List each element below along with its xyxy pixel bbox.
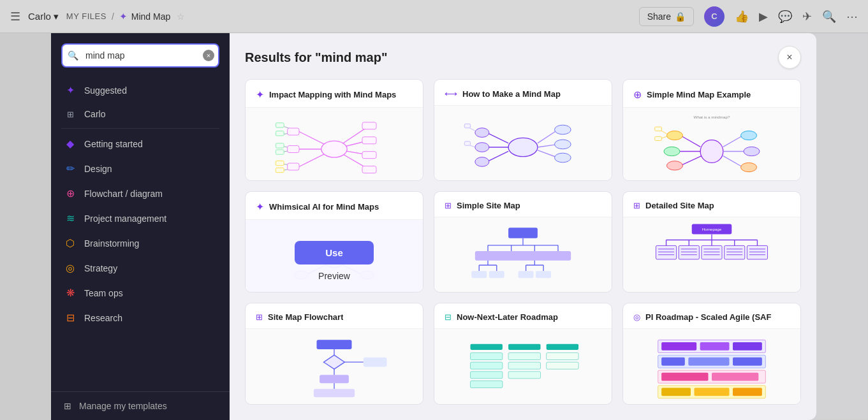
card-preview bbox=[246, 107, 423, 181]
svg-rect-18 bbox=[276, 131, 284, 135]
card-icon: ⟷ bbox=[445, 89, 457, 99]
svg-rect-157 bbox=[733, 358, 762, 366]
card-pi-roadmap[interactable]: ◎ PI Roadmap - Scaled Agile (SAF bbox=[622, 303, 801, 405]
card-how-to-mind-map[interactable]: ⟷ How to Make a Mind Map bbox=[434, 79, 612, 181]
card-now-next-later[interactable]: ⊟ Now-Next-Later Roadmap bbox=[434, 303, 612, 405]
svg-line-46 bbox=[680, 136, 700, 147]
svg-point-38 bbox=[555, 140, 571, 149]
sidebar-item-brainstorming[interactable]: ⬡ Brainstorming bbox=[51, 231, 230, 256]
svg-rect-42 bbox=[464, 124, 470, 127]
flowchart-icon: ⊕ bbox=[64, 187, 77, 199]
card-header: ⟷ How to Make a Mind Map bbox=[434, 80, 612, 105]
sidebar-item-flowchart[interactable]: ⊕ Flowchart / diagram bbox=[51, 181, 230, 206]
card-preview bbox=[623, 328, 800, 405]
svg-line-48 bbox=[680, 156, 702, 166]
svg-rect-142 bbox=[471, 380, 503, 387]
card-preview bbox=[434, 105, 612, 181]
svg-rect-111 bbox=[679, 246, 699, 259]
card-icon: ⊞ bbox=[633, 201, 640, 210]
card-detailed-site-map[interactable]: ⊞ Detailed Site Map Homepage bbox=[622, 191, 801, 293]
card-header: ⊞ Simple Site Map bbox=[434, 192, 612, 217]
svg-rect-22 bbox=[276, 168, 284, 172]
sidebar-item-getting-started[interactable]: ◆ Getting started bbox=[51, 131, 230, 156]
svg-line-49 bbox=[723, 136, 743, 147]
suggested-icon: ✦ bbox=[64, 84, 77, 96]
svg-rect-119 bbox=[725, 246, 745, 259]
search-input[interactable] bbox=[61, 43, 219, 68]
svg-rect-23 bbox=[362, 122, 376, 129]
svg-rect-16 bbox=[288, 163, 299, 170]
svg-point-52 bbox=[666, 131, 682, 140]
card-icon: ⊞ bbox=[256, 312, 263, 322]
results-title: Results for "mind map" bbox=[245, 50, 387, 65]
sidebar-item-research[interactable]: ⊟ Research bbox=[51, 305, 230, 330]
svg-point-36 bbox=[475, 157, 489, 166]
sidebar-item-team-ops[interactable]: ❋ Team ops bbox=[51, 280, 230, 305]
svg-text:What is a mindmap?: What is a mindmap? bbox=[694, 115, 730, 119]
category-label: Getting started bbox=[84, 139, 143, 149]
carlo-icon: ⊞ bbox=[64, 110, 77, 119]
brainstorming-icon: ⬡ bbox=[64, 237, 77, 249]
svg-rect-137 bbox=[508, 344, 540, 350]
svg-rect-161 bbox=[695, 387, 730, 396]
card-header: ⊞ Site Map Flowchart bbox=[246, 303, 423, 328]
svg-rect-139 bbox=[471, 352, 503, 359]
svg-rect-147 bbox=[547, 362, 578, 369]
card-site-map-flowchart[interactable]: ⊞ Site Map Flowchart bbox=[245, 303, 423, 405]
card-simple-mind-map[interactable]: ⊕ Simple Mind Map Example What is a mind… bbox=[622, 79, 801, 181]
card-icon: ◎ bbox=[633, 312, 640, 322]
card-header: ⊕ Simple Mind Map Example bbox=[623, 80, 800, 107]
strategy-icon: ◎ bbox=[64, 262, 77, 274]
card-title: Simple Site Map bbox=[457, 201, 520, 210]
svg-point-56 bbox=[744, 147, 760, 156]
use-button[interactable]: Use bbox=[295, 241, 374, 264]
svg-rect-85 bbox=[545, 251, 571, 261]
card-header: ✦ Impact Mapping with Mind Maps bbox=[246, 80, 423, 107]
preview-button[interactable]: Preview bbox=[318, 271, 350, 281]
close-button[interactable]: × bbox=[778, 46, 801, 69]
sidebar-item-strategy[interactable]: ◎ Strategy bbox=[51, 256, 230, 280]
sidebar-item-design[interactable]: ✏ Design bbox=[51, 156, 230, 181]
card-title: Site Map Flowchart bbox=[268, 312, 343, 322]
svg-point-13 bbox=[321, 141, 347, 157]
search-input-wrapper: 🔍 × bbox=[61, 43, 219, 68]
svg-rect-143 bbox=[508, 352, 540, 359]
search-icon: 🔍 bbox=[68, 50, 78, 61]
svg-rect-154 bbox=[733, 342, 762, 351]
sidebar-item-suggested[interactable]: ✦ Suggested bbox=[51, 78, 230, 103]
results-header: Results for "mind map" × bbox=[230, 33, 816, 79]
svg-point-39 bbox=[555, 153, 571, 163]
svg-rect-25 bbox=[362, 151, 376, 158]
svg-point-34 bbox=[475, 127, 489, 137]
svg-rect-84 bbox=[522, 251, 547, 261]
card-simple-site-map[interactable]: ⊞ Simple Site Map bbox=[434, 191, 612, 293]
svg-rect-138 bbox=[547, 344, 578, 350]
svg-rect-156 bbox=[688, 358, 729, 366]
svg-rect-96 bbox=[519, 271, 534, 278]
sidebar-item-carlo[interactable]: ⊞ Carlo bbox=[51, 103, 230, 126]
svg-rect-60 bbox=[655, 127, 662, 131]
card-whimsical-ai[interactable]: ✦ Whimsical AI for Mind Maps bbox=[245, 191, 423, 293]
svg-rect-141 bbox=[471, 372, 503, 379]
svg-rect-115 bbox=[702, 246, 722, 259]
svg-point-37 bbox=[555, 125, 571, 134]
project-mgmt-icon: ≋ bbox=[64, 212, 77, 224]
card-impact-mapping[interactable]: ✦ Impact Mapping with Mind Maps bbox=[245, 79, 423, 181]
category-label: Design bbox=[84, 164, 112, 174]
svg-point-35 bbox=[475, 142, 489, 152]
svg-rect-145 bbox=[508, 372, 540, 379]
svg-rect-160 bbox=[661, 387, 691, 396]
svg-rect-127 bbox=[317, 340, 352, 349]
clear-search-button[interactable]: × bbox=[203, 50, 214, 61]
card-title: Now-Next-Later Roadmap bbox=[457, 312, 558, 322]
svg-rect-14 bbox=[288, 128, 299, 135]
svg-rect-123 bbox=[747, 246, 767, 259]
card-icon: ✦ bbox=[256, 89, 264, 101]
svg-rect-61 bbox=[655, 137, 662, 141]
sidebar-item-project-management[interactable]: ≋ Project management bbox=[51, 206, 230, 231]
svg-rect-136 bbox=[471, 344, 503, 350]
card-icon: ⊞ bbox=[445, 201, 452, 210]
svg-rect-17 bbox=[276, 122, 284, 127]
manage-templates-item[interactable]: ⊞ Manage my templates bbox=[51, 391, 230, 420]
category-label: Strategy bbox=[84, 263, 117, 273]
